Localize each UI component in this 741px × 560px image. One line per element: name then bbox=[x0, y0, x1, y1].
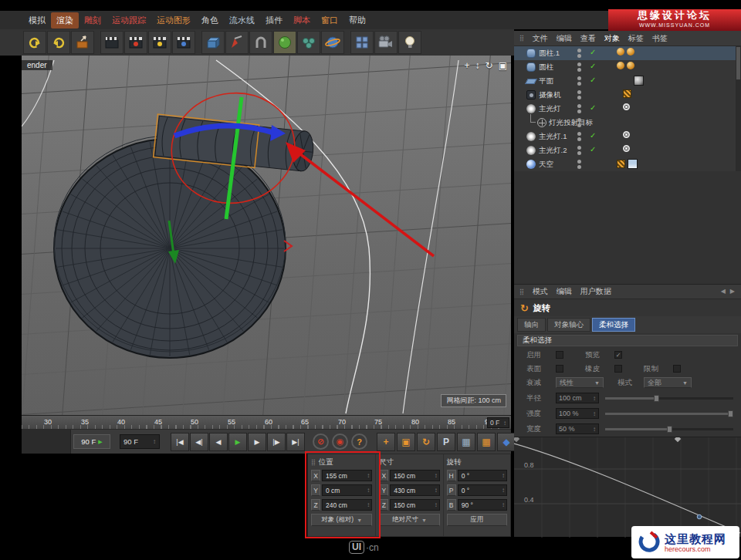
target-tag-icon[interactable] bbox=[623, 131, 630, 138]
enabled-check-icon[interactable]: ✓ bbox=[590, 103, 596, 112]
render-region-icon[interactable] bbox=[124, 31, 147, 54]
record-parameter-icon[interactable]: P bbox=[437, 433, 455, 451]
smoothing-tag-icon[interactable] bbox=[627, 62, 634, 69]
curve-canvas[interactable] bbox=[514, 437, 741, 538]
record-position-icon[interactable]: + bbox=[377, 433, 395, 451]
size-y-field[interactable]: 430 cm↕ bbox=[390, 484, 439, 496]
goto-end-icon[interactable]: ▶| bbox=[286, 433, 305, 451]
knife-tool-icon[interactable] bbox=[225, 31, 249, 54]
viewport-3d[interactable]: ender + ↕ ↻ ▣ 网格间距: 100 cm bbox=[22, 56, 511, 415]
visibility-dots[interactable] bbox=[577, 132, 581, 143]
soft-selection-section-header[interactable]: 柔和选择 bbox=[517, 335, 738, 346]
attr-menu-userdata[interactable]: 用户数据 bbox=[580, 286, 611, 297]
frame-field[interactable]: 90 F↕ bbox=[120, 434, 160, 449]
width-field[interactable]: 50 %↕ bbox=[556, 423, 599, 434]
menu-item-pipeline[interactable]: 流水线 bbox=[224, 12, 260, 29]
object-row-mainlight1[interactable]: 主光灯.1 ✓ bbox=[514, 130, 741, 143]
rotation-b-field[interactable]: 90 °↕ bbox=[458, 499, 507, 511]
attr-menu-mode[interactable]: 模式 bbox=[533, 286, 548, 297]
object-name[interactable]: 灯光投射目标 bbox=[549, 118, 593, 128]
next-frame-icon[interactable]: ▶ bbox=[248, 433, 266, 451]
object-name[interactable]: 圆柱 bbox=[539, 62, 553, 73]
panel-toggle-icon[interactable]: ◆ bbox=[497, 433, 516, 451]
enabled-check-icon[interactable]: ✓ bbox=[590, 62, 596, 70]
menu-item-window[interactable]: 窗口 bbox=[316, 12, 343, 29]
object-name[interactable]: 圆柱.1 bbox=[539, 49, 560, 59]
om-menu-view[interactable]: 查看 bbox=[580, 33, 596, 44]
radius-field[interactable]: 100 cm↕ bbox=[556, 393, 599, 403]
rotate-view-icon[interactable]: ↻ bbox=[486, 60, 493, 71]
phong-tag-icon[interactable] bbox=[617, 62, 624, 69]
timeline-ruler[interactable]: 30 35 40 45 50 55 60 65 70 75 80 85 90 0… bbox=[22, 415, 511, 430]
camera-object-icon[interactable] bbox=[374, 31, 398, 54]
object-list-scrollbar[interactable] bbox=[736, 46, 741, 171]
visibility-dots[interactable] bbox=[577, 49, 581, 59]
stepper-icon[interactable]: ↕ bbox=[367, 487, 370, 494]
rotation-h-field[interactable]: 0 °↕ bbox=[458, 470, 507, 481]
stepper-icon[interactable]: ↕ bbox=[153, 438, 156, 445]
sky-material-tag-icon[interactable] bbox=[628, 159, 638, 169]
visibility-dots[interactable] bbox=[577, 62, 581, 73]
record-rotation-icon[interactable]: ↻ bbox=[417, 433, 435, 451]
history-forward-icon[interactable]: ▶ bbox=[730, 288, 735, 295]
om-menu-object[interactable]: 对象 bbox=[604, 33, 620, 44]
panel-grip-icon[interactable]: ⣿ bbox=[311, 459, 316, 466]
stepper-icon[interactable]: ↕ bbox=[502, 472, 505, 479]
record-scale-icon[interactable]: ▣ bbox=[397, 433, 415, 451]
record-disable-icon[interactable]: ⊘ bbox=[313, 433, 329, 450]
menu-item-plugins[interactable]: 插件 bbox=[260, 12, 288, 29]
visibility-dots[interactable] bbox=[577, 104, 581, 115]
visibility-dots[interactable] bbox=[577, 160, 581, 170]
stepper-icon[interactable]: ↕ bbox=[593, 410, 596, 417]
menu-item-simulate[interactable]: 模拟 bbox=[23, 12, 51, 29]
visibility-dots[interactable] bbox=[577, 146, 581, 157]
stepper-icon[interactable]: ↕ bbox=[503, 420, 506, 427]
object-name[interactable]: 主光灯.1 bbox=[539, 132, 567, 142]
zoom-view-icon[interactable]: ↕ bbox=[475, 60, 480, 71]
stepper-icon[interactable]: ↕ bbox=[435, 472, 438, 479]
limit-checkbox[interactable] bbox=[673, 365, 681, 373]
strength-slider[interactable] bbox=[605, 413, 733, 415]
stepper-icon[interactable]: ↕ bbox=[367, 472, 370, 479]
object-name[interactable]: 平面 bbox=[539, 76, 553, 86]
enable-checkbox[interactable] bbox=[556, 351, 563, 359]
om-menu-edit[interactable]: 编辑 bbox=[557, 33, 572, 44]
enabled-check-icon[interactable]: ✓ bbox=[590, 131, 596, 140]
compositing-tag-icon[interactable] bbox=[617, 160, 625, 168]
autokey-icon[interactable]: ? bbox=[351, 433, 367, 450]
menu-item-character[interactable]: 角色 bbox=[196, 12, 224, 29]
size-z-field[interactable]: 150 cm↕ bbox=[390, 499, 439, 511]
falloff-dropdown[interactable]: 线性▼ bbox=[556, 377, 604, 388]
menu-item-script[interactable]: 脚本 bbox=[288, 12, 316, 29]
render-settings-icon[interactable] bbox=[148, 31, 171, 54]
light-object-icon[interactable] bbox=[398, 31, 421, 54]
object-row-cylinder[interactable]: 圆柱 ✓ bbox=[514, 60, 741, 74]
radius-slider[interactable] bbox=[605, 397, 733, 400]
rotation-p-field[interactable]: 0 °↕ bbox=[458, 484, 507, 496]
stepper-icon[interactable]: ↕ bbox=[435, 487, 438, 494]
record-pla-icon[interactable]: ▦ bbox=[457, 433, 475, 451]
enabled-check-icon[interactable]: ✓ bbox=[590, 145, 596, 153]
prev-key-icon[interactable]: ◀| bbox=[190, 433, 208, 451]
object-row-camera[interactable]: 摄像机 bbox=[514, 88, 741, 102]
stepper-icon[interactable]: ↕ bbox=[367, 501, 370, 508]
magnet-tool-icon[interactable] bbox=[249, 31, 272, 54]
size-x-field[interactable]: 150 cm↕ bbox=[390, 470, 439, 481]
pan-view-icon[interactable]: + bbox=[465, 60, 470, 71]
keyframe-selection-icon[interactable]: ▦ bbox=[477, 433, 496, 451]
attr-menu-edit[interactable]: 编辑 bbox=[557, 286, 572, 297]
om-menu-file[interactable]: 文件 bbox=[533, 33, 548, 44]
material-sphere-icon[interactable] bbox=[321, 31, 344, 54]
smoothing-tag-icon[interactable] bbox=[627, 48, 634, 56]
om-menu-bookmarks[interactable]: 书签 bbox=[652, 33, 668, 44]
stepper-icon[interactable]: ↕ bbox=[502, 501, 505, 508]
object-row-light-target[interactable]: 灯光投射目标 bbox=[514, 116, 741, 130]
object-name[interactable]: 主光灯 bbox=[539, 104, 561, 114]
object-row-mainlight[interactable]: 主光灯 ✓ bbox=[514, 102, 741, 116]
phong-tag-icon[interactable] bbox=[617, 48, 624, 56]
size-mode-dropdown[interactable]: 绝对尺寸▼ bbox=[379, 514, 439, 526]
object-row-cylinder1[interactable]: 圆柱.1 ✓ bbox=[514, 46, 741, 60]
enabled-check-icon[interactable]: ✓ bbox=[590, 76, 596, 84]
object-name[interactable]: 主光灯.2 bbox=[539, 146, 567, 156]
position-x-field[interactable]: 155 cm↕ bbox=[322, 470, 372, 481]
